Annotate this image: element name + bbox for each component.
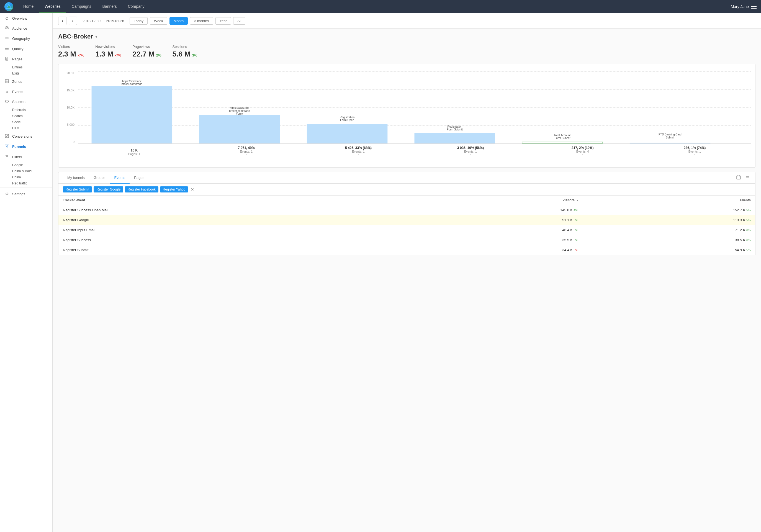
week-button[interactable]: Week: [150, 17, 167, 25]
funnel-main-2: 7 971, 49%: [238, 146, 255, 150]
three-months-button[interactable]: 3 months: [190, 17, 213, 25]
sidebar-item-zones[interactable]: Zones: [0, 77, 52, 87]
sidebar-label-sources: Sources: [12, 100, 26, 104]
table-row[interactable]: Register Success Open Mail 145.8 K 4% 15…: [58, 205, 755, 215]
table-row[interactable]: Register Input Email 46.4 K 3% 71.2 K 6%: [58, 225, 755, 235]
add-after-1[interactable]: +: [134, 156, 135, 158]
sidebar-item-overview[interactable]: ⊙ Overview: [0, 13, 52, 23]
table-row[interactable]: Register Submit 34.4 K 6% 54.9 K 5%: [58, 245, 755, 255]
sidebar-sub-google[interactable]: Google: [0, 162, 52, 168]
tab-events[interactable]: Events: [110, 172, 130, 184]
funnel-step-label-6: 236, 1% (74%) Events: 1 +: [639, 145, 751, 163]
tabs-section: My funnels Groups Events Pages: [58, 172, 755, 255]
add-after-2[interactable]: +: [246, 153, 247, 156]
filter-tag-register-google[interactable]: Register Google: [93, 186, 123, 193]
add-before-1[interactable]: +: [134, 146, 135, 148]
sidebar-item-audience[interactable]: Audience: [0, 23, 52, 33]
website-name: ABC-Broker: [58, 33, 93, 40]
add-after-6[interactable]: +: [694, 153, 695, 156]
stat-sessions: Sessions 5.6 M 3%: [173, 45, 198, 58]
month-button[interactable]: Month: [169, 17, 188, 25]
tabs-actions: [735, 174, 751, 182]
sidebar-item-funnels[interactable]: Funnels: [0, 142, 52, 152]
tab-pages[interactable]: Pages: [130, 172, 149, 184]
sidebar-item-quality[interactable]: Quality: [0, 44, 52, 54]
sidebar-label-geography: Geography: [12, 36, 30, 41]
today-button[interactable]: Today: [130, 17, 147, 25]
sidebar-sub-utm[interactable]: UTM: [0, 125, 52, 131]
svg-rect-42: [736, 176, 740, 179]
all-button[interactable]: All: [233, 17, 245, 25]
sidebar-sub-entries[interactable]: Entries: [0, 64, 52, 70]
website-dropdown[interactable]: ▾: [95, 34, 97, 39]
visitors-val: 35.5 K 3%: [410, 235, 583, 245]
sidebar-item-geography[interactable]: Geography: [0, 33, 52, 44]
date-bar: ‹ › 2018.12.30 — 2019.01.28 Today Week M…: [53, 13, 761, 29]
svg-rect-6: [5, 39, 9, 39]
next-button[interactable]: ›: [69, 17, 77, 25]
filter-tag-register-facebook[interactable]: Register Facebook: [125, 186, 158, 193]
events-val: 38.5 K 6%: [582, 235, 755, 245]
sidebar-sub-search[interactable]: Search: [0, 113, 52, 119]
funnel-main-6: 236, 1% (74%): [684, 146, 706, 150]
sidebar-sub-china[interactable]: China: [0, 174, 52, 180]
sidebar-item-settings[interactable]: ⚙ Settings: [0, 189, 52, 199]
add-after-5[interactable]: +: [582, 153, 583, 156]
sidebar-item-conversions[interactable]: Conversions: [0, 131, 52, 142]
nav-websites[interactable]: Websites: [39, 0, 66, 13]
svg-text:Form Submit: Form Submit: [447, 128, 463, 131]
svg-text:Submit: Submit: [666, 136, 674, 139]
svg-point-3: [7, 27, 8, 28]
prev-button[interactable]: ‹: [58, 17, 67, 25]
sidebar-item-sources[interactable]: Sources: [0, 97, 52, 107]
quality-icon: [4, 46, 9, 51]
nav-campaigns[interactable]: Campaigns: [66, 0, 97, 13]
svg-rect-22: [92, 86, 172, 144]
funnel-step-label-5: 317, 2% (10%) Events: 4 +: [526, 145, 639, 163]
sidebar-label-zones: Zones: [12, 80, 22, 84]
filter-clear-button[interactable]: ✕: [190, 187, 195, 192]
add-after-4[interactable]: +: [470, 153, 471, 156]
tab-my-funnels[interactable]: My funnels: [63, 172, 89, 184]
stat-pageviews-label: Pageviews: [132, 45, 161, 49]
y-label-5k: 5 000: [63, 123, 77, 126]
sidebar-label-overview: Overview: [12, 16, 27, 21]
svg-rect-13: [7, 80, 9, 81]
sidebar-sub-exits[interactable]: Exits: [0, 70, 52, 77]
stat-sessions-change: 3%: [192, 53, 198, 57]
calendar-view-button[interactable]: [735, 174, 742, 182]
sidebar-sub-social[interactable]: Social: [0, 119, 52, 125]
sidebar-sub-red-traffic[interactable]: Red traffic: [0, 180, 52, 186]
nav-home[interactable]: Home: [18, 0, 39, 13]
nav-company[interactable]: Company: [122, 0, 150, 13]
svg-text:FTD Banking Card: FTD Banking Card: [659, 133, 681, 136]
col-tracked-event: Tracked event: [58, 196, 410, 205]
funnel-step-label-1: + 16 K Pages: 1 +: [78, 145, 190, 163]
hamburger-menu[interactable]: [751, 5, 757, 9]
sidebar-sub-referrals[interactable]: Referrals: [0, 107, 52, 113]
filter-tag-register-submit[interactable]: Register Submit: [63, 186, 92, 193]
tab-groups[interactable]: Groups: [89, 172, 110, 184]
list-view-button[interactable]: [744, 174, 751, 182]
year-button[interactable]: Year: [215, 17, 231, 25]
sidebar-sub-china-baidu[interactable]: China & Baidu: [0, 168, 52, 174]
svg-rect-23: [199, 115, 280, 144]
funnels-icon: [4, 144, 9, 149]
sidebar-item-events[interactable]: ◈ Events: [0, 87, 52, 97]
filter-tag-register-yahoo[interactable]: Register Yahoo: [160, 186, 188, 193]
col-events: Events: [582, 196, 755, 205]
funnel-main-3: 5 426, 33% (68%): [345, 146, 372, 150]
add-after-3[interactable]: +: [358, 153, 359, 156]
events-val: 71.2 K 6%: [582, 225, 755, 235]
col-visitors[interactable]: Visitors ▾: [410, 196, 583, 205]
events-val: 113.3 K 5%: [582, 215, 755, 225]
sidebar-item-filters[interactable]: Filters: [0, 152, 52, 162]
table-row[interactable]: Register Google 51.1 K 3% 113.3 K 5%: [58, 215, 755, 225]
table-row[interactable]: Register Success 35.5 K 3% 38.5 K 6%: [58, 235, 755, 245]
stat-pageviews-change: 2%: [156, 53, 161, 57]
sidebar-item-pages[interactable]: Pages: [0, 54, 52, 64]
chart-body: https://www.abc broker.com/trade https:/…: [78, 72, 751, 144]
date-range: 2018.12.30 — 2019.01.28: [79, 19, 127, 23]
stat-visitors-label: Visitors: [58, 45, 84, 49]
nav-banners[interactable]: Banners: [97, 0, 122, 13]
